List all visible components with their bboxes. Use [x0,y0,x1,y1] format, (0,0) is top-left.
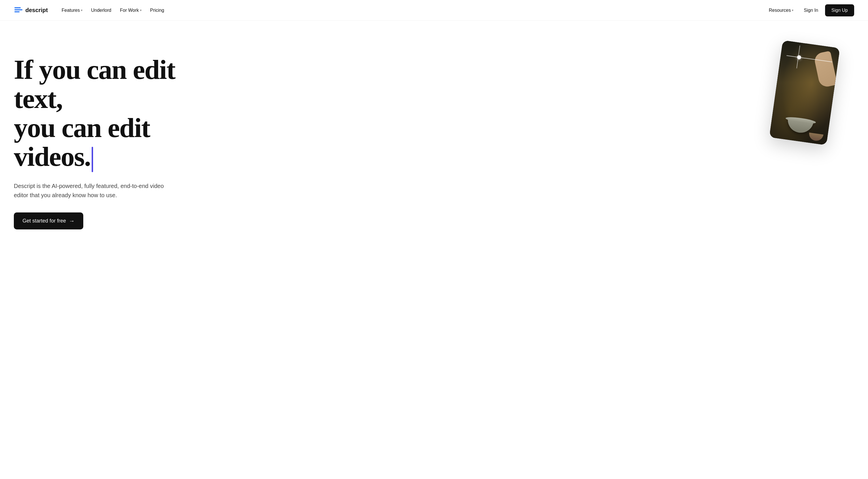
descript-logo-icon [14,6,23,15]
logo-link[interactable]: descript [14,6,48,15]
nav-link-for-work[interactable]: For Work ▾ [117,5,145,15]
text-cursor [92,147,93,172]
hero-subtext: Descript is the AI-powered, fully featur… [14,181,175,200]
cta-button[interactable]: Get started for free → [14,212,83,230]
nav-item-pricing: Pricing [147,5,168,15]
arrow-icon: → [69,218,75,224]
chevron-down-icon: ▾ [140,9,142,12]
hero-visual [753,44,851,142]
hero-headline: If you can edit text, you can edit video… [14,55,210,172]
svg-rect-1 [14,9,23,10]
nav-item-underlord: Underlord [88,5,115,15]
nav-links: Features ▾ Underlord For Work ▾ Pricing [58,5,168,15]
svg-rect-2 [14,11,20,12]
chevron-down-icon: ▾ [792,9,793,12]
nav-link-underlord[interactable]: Underlord [88,5,115,15]
logo-text: descript [25,7,48,13]
nav-item-features: Features ▾ [58,5,86,15]
navbar: descript Features ▾ Underlord For Work ▾ [0,0,868,21]
signup-button[interactable]: Sign Up [825,4,854,16]
signin-button[interactable]: Sign In [799,5,823,16]
chevron-down-icon: ▾ [81,9,83,12]
hero-content: If you can edit text, you can edit video… [14,44,210,230]
nav-item-for-work: For Work ▾ [117,5,145,15]
nav-link-pricing[interactable]: Pricing [147,5,168,15]
hero-section: If you can edit text, you can edit video… [0,21,868,479]
nav-right: Resources ▾ Sign In Sign Up [766,4,854,16]
nav-left: descript Features ▾ Underlord For Work ▾ [14,5,168,15]
nav-link-features[interactable]: Features ▾ [58,5,86,15]
phone-mockup [769,40,840,145]
svg-rect-0 [14,7,21,8]
phone-screen [769,40,840,145]
nav-link-resources[interactable]: Resources ▾ [766,5,797,15]
